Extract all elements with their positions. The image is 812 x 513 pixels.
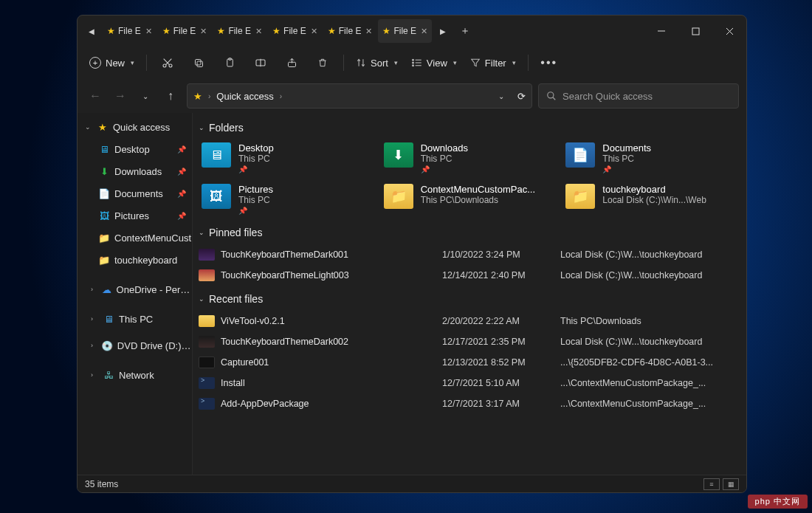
tab-label: File E (339, 26, 362, 36)
sidebar-item[interactable]: 📁touchkeyboard (78, 249, 192, 271)
address-bar[interactable]: ★ › Quick access › ⌄ ⟳ (187, 83, 532, 109)
up-button[interactable]: ↑ (160, 86, 181, 106)
folder-title: Desktop (238, 142, 274, 154)
view-icon (411, 58, 422, 67)
tab-close-icon[interactable]: ✕ (365, 27, 372, 36)
folder-title: touchkeyboard (602, 184, 706, 195)
pin-icon: 📌 (177, 168, 186, 176)
file-date: 12/7/2021 3:17 AM (442, 399, 560, 409)
folder-icon: 📁 (565, 184, 595, 209)
sidebar-item[interactable]: 🖥Desktop📌 (78, 138, 192, 160)
sidebar-item[interactable]: ⬇Downloads📌 (78, 160, 192, 182)
tab[interactable]: ★File E✕ (323, 19, 377, 43)
svg-rect-6 (197, 61, 203, 67)
sidebar-item[interactable]: 📄Documents📌 (78, 182, 192, 204)
more-button[interactable]: ••• (536, 51, 562, 75)
folder-card[interactable]: 📁ContextMenuCustomPac...This PC\Download… (381, 181, 554, 218)
sidebar-item-label: Downloads (114, 166, 162, 177)
file-row[interactable]: Add-AppDevPackage12/7/2021 3:17 AM...\Co… (199, 393, 736, 414)
view-button[interactable]: View ▾ (407, 58, 461, 69)
tab-close-icon[interactable]: ✕ (145, 27, 152, 36)
chevron-down-icon: ▾ (394, 59, 398, 66)
group-header-folders[interactable]: ⌄ Folders (199, 122, 736, 134)
forward-button[interactable]: → (110, 86, 131, 106)
pin-icon: 📌 (602, 165, 651, 173)
file-row[interactable]: Install12/7/2021 5:10 AM...\ContextMenuC… (199, 373, 736, 393)
tab[interactable]: ★File E✕ (268, 19, 322, 43)
tab[interactable]: ★File E✕ (378, 19, 432, 43)
file-location: ...\ContextMenuCustomPackage_... (560, 378, 736, 388)
paste-button[interactable] (216, 51, 243, 75)
tab-close-icon[interactable]: ✕ (255, 27, 262, 36)
group-header-pinned[interactable]: ⌄ Pinned files (199, 227, 736, 238)
share-button[interactable] (278, 51, 305, 75)
cut-button[interactable] (154, 51, 181, 75)
file-row[interactable]: Capture00112/13/2021 8:52 PM...\{5205DFB… (199, 352, 736, 373)
tab-close-icon[interactable]: ✕ (311, 27, 317, 36)
file-row[interactable]: ViVeTool-v0.2.12/20/2022 2:22 AMThis PC\… (199, 311, 736, 331)
folder-card[interactable]: 📁touchkeyboardLocal Disk (C:)\Win...\Web (562, 181, 736, 218)
pictures-icon: 🖼 (98, 210, 110, 221)
file-row[interactable]: TouchKeyboardThemeLight00312/14/2021 2:4… (199, 265, 736, 286)
close-button[interactable] (712, 16, 746, 47)
back-button[interactable]: ← (85, 86, 106, 106)
minimize-button[interactable] (644, 16, 678, 47)
filter-button[interactable]: Filter ▾ (466, 58, 520, 69)
sidebar-quick-access[interactable]: ⌄ ★ Quick access (78, 116, 192, 138)
tab-scroll-right[interactable]: ▶ (433, 21, 453, 41)
new-tab-button[interactable]: ＋ (454, 24, 476, 38)
details-view-button[interactable]: ≡ (703, 478, 720, 490)
recent-locations-button[interactable]: ⌄ (135, 86, 156, 106)
tab[interactable]: ★File E✕ (213, 19, 266, 43)
file-name: TouchKeyboardThemeDark001 (221, 249, 442, 260)
tab[interactable]: ★File E✕ (103, 19, 156, 43)
file-date: 1/10/2022 3:24 PM (442, 249, 560, 260)
sidebar-onedrive[interactable]: › ☁ OneDrive - Personal (78, 278, 192, 300)
folder-subtitle: This PC (602, 154, 651, 164)
tab-label: File E (393, 26, 416, 36)
search-box[interactable]: Search Quick access (538, 83, 739, 109)
group-label: Pinned files (209, 227, 262, 238)
file-thumb (199, 398, 215, 410)
copy-button[interactable] (185, 51, 212, 75)
tab-close-icon[interactable]: ✕ (200, 27, 207, 36)
sidebar-network[interactable]: › 🖧 Network (78, 364, 192, 386)
folder-title: Documents (602, 142, 651, 154)
chevron-right-icon: › (91, 286, 97, 293)
sidebar-this-pc[interactable]: › 🖥 This PC (78, 308, 192, 330)
navigation-pane: ⌄ ★ Quick access 🖥Desktop📌⬇Downloads📌📄Do… (78, 113, 193, 475)
rename-button[interactable] (247, 51, 274, 75)
file-row[interactable]: TouchKeyboardThemeDark0011/10/2022 3:24 … (199, 244, 736, 265)
address-dropdown[interactable]: ⌄ (498, 92, 504, 100)
file-thumb (199, 336, 215, 348)
sidebar-item[interactable]: 🖼Pictures📌 (78, 204, 192, 227)
large-icons-view-button[interactable]: ▦ (723, 478, 739, 490)
tab[interactable]: ★File E✕ (158, 19, 212, 43)
file-thumb (199, 377, 215, 389)
folder-card[interactable]: ⬇DownloadsThis PC📌 (381, 140, 554, 176)
file-name: Install (221, 378, 442, 388)
group-header-recent[interactable]: ⌄ Recent files (199, 293, 736, 305)
tab-close-icon[interactable]: ✕ (421, 27, 427, 36)
file-row[interactable]: TouchKeyboardThemeDark00212/17/2021 2:35… (199, 331, 736, 352)
refresh-button[interactable]: ⟳ (517, 91, 526, 102)
delete-button[interactable] (309, 51, 336, 75)
folder-card[interactable]: 🖼PicturesThis PC📌 (199, 181, 372, 218)
monitor-icon: 🖥 (103, 314, 114, 325)
sidebar-item[interactable]: 📁ContextMenuCust (78, 227, 192, 249)
sort-button[interactable]: Sort ▾ (351, 58, 402, 69)
svg-point-17 (412, 65, 413, 66)
folder-title: Pictures (238, 184, 273, 195)
tab-scroll-left[interactable]: ◀ (82, 21, 101, 41)
breadcrumb-location[interactable]: Quick access (216, 91, 273, 102)
maximize-button[interactable] (678, 16, 712, 47)
folder-card[interactable]: 🖥DesktopThis PC📌 (199, 140, 372, 176)
folder-title: Downloads (421, 142, 468, 154)
folder-card[interactable]: 📄DocumentsThis PC📌 (562, 140, 736, 176)
sidebar-dvd[interactable]: › 💿 DVD Drive (D:) CCCO (78, 334, 192, 357)
file-name: Add-AppDevPackage (221, 399, 442, 409)
pictures-icon: 🖼 (202, 184, 231, 209)
new-button[interactable]: + New ▾ (85, 57, 139, 69)
star-icon: ★ (382, 26, 390, 36)
folder-subtitle: This PC (238, 154, 274, 164)
